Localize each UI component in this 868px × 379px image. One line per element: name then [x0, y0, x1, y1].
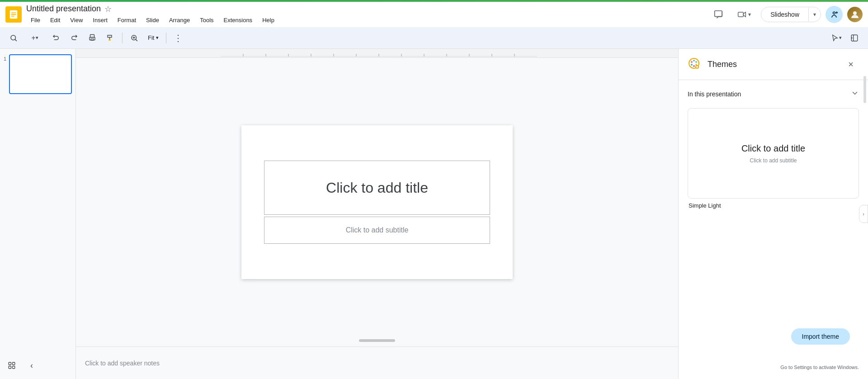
- ruler-top: [76, 49, 678, 58]
- slide-canvas[interactable]: Click to add title Click to add subtitle: [241, 125, 513, 279]
- themes-right-arrow[interactable]: ›: [859, 205, 868, 223]
- slide-title-placeholder[interactable]: Click to add title: [264, 161, 490, 215]
- add-button[interactable]: + ▾: [24, 30, 46, 46]
- print-button[interactable]: [84, 30, 100, 46]
- svg-point-7: [833, 12, 835, 14]
- cursor-mode-button[interactable]: ▾: [828, 30, 844, 46]
- theme-name: Simple Light: [689, 202, 859, 209]
- svg-point-35: [691, 61, 693, 63]
- svg-point-36: [693, 60, 695, 62]
- svg-rect-6: [738, 12, 744, 17]
- app-icon: [5, 6, 22, 23]
- svg-rect-17: [13, 362, 15, 365]
- slideshow-dropdown-button[interactable]: ▾: [808, 8, 821, 21]
- menu-arrange[interactable]: Arrange: [165, 15, 194, 25]
- themes-section: In this presentation Click to add title …: [679, 80, 868, 214]
- menu-edit[interactable]: Edit: [46, 15, 65, 25]
- camera-dropdown-icon: ▾: [748, 11, 751, 18]
- theme-card-subtitle: Click to add subtitle: [750, 157, 797, 164]
- presentation-title[interactable]: Untitled presentation: [26, 4, 101, 14]
- zoom-label: Fit: [148, 34, 154, 41]
- zoom-select[interactable]: Fit ▾: [144, 33, 162, 43]
- paint-format-button[interactable]: [102, 30, 118, 46]
- activate-line1: Go to Settings to activate Windows.: [780, 365, 859, 370]
- slide-subtitle-text: Click to add subtitle: [346, 226, 409, 234]
- grid-view-button[interactable]: [4, 357, 20, 374]
- more-options-button[interactable]: ⋮: [170, 30, 186, 46]
- svg-rect-4: [715, 11, 722, 17]
- svg-point-8: [853, 11, 857, 15]
- menu-view[interactable]: View: [66, 15, 87, 25]
- svg-rect-15: [851, 35, 858, 41]
- canvas-area: Click to add title Click to add subtitle…: [76, 49, 678, 379]
- themes-icon: [688, 57, 702, 71]
- search-button[interactable]: [5, 30, 22, 46]
- zoom-dropdown-icon: ▾: [156, 35, 159, 41]
- menu-format[interactable]: Format: [113, 15, 141, 25]
- toolbar-right: ▾: [828, 30, 863, 46]
- toolbar-divider-2: [166, 33, 166, 43]
- menu-bar: File Edit View Insert Format Slide Arran…: [26, 15, 709, 25]
- slides-panel-bottom: ‹: [4, 357, 40, 374]
- import-theme-button[interactable]: Import theme: [791, 328, 850, 345]
- themes-header: Themes ×: [679, 49, 868, 80]
- star-icon[interactable]: ☆: [104, 4, 112, 14]
- collapse-slides-button[interactable]: ‹: [24, 357, 40, 374]
- title-row: Untitled presentation ☆: [26, 4, 709, 14]
- themes-section-label: In this presentation: [688, 90, 741, 98]
- menu-insert[interactable]: Insert: [88, 15, 112, 25]
- title-section: Untitled presentation ☆ File Edit View I…: [26, 4, 709, 25]
- menu-tools[interactable]: Tools: [195, 15, 218, 25]
- slide-title-text: Click to add title: [326, 180, 428, 196]
- menu-extensions[interactable]: Extensions: [219, 15, 257, 25]
- svg-rect-1: [11, 12, 16, 13]
- share-button[interactable]: [826, 6, 843, 23]
- slide-number-1: 1: [4, 56, 6, 62]
- svg-point-40: [691, 64, 693, 66]
- slide-item-1: 1: [4, 54, 72, 94]
- menu-file[interactable]: File: [26, 15, 45, 25]
- svg-rect-5: [715, 11, 722, 17]
- toolbar-divider-1: [122, 33, 123, 43]
- theme-card-title: Click to add title: [741, 143, 805, 154]
- themes-scrollbar[interactable]: [863, 76, 866, 103]
- activate-windows: Go to Settings to activate Windows.: [780, 365, 859, 370]
- svg-point-37: [695, 61, 697, 63]
- slide-thumbnail-1[interactable]: [9, 54, 72, 94]
- svg-point-39: [693, 65, 695, 67]
- svg-point-42: [696, 66, 698, 68]
- speaker-notes-text: Click to add speaker notes: [85, 360, 160, 367]
- menu-help[interactable]: Help: [258, 15, 279, 25]
- comment-button[interactable]: [709, 5, 727, 24]
- zoom-in-button[interactable]: [126, 30, 142, 46]
- svg-rect-2: [11, 14, 16, 15]
- themes-panel: Themes × In this presentation Click to a…: [678, 49, 868, 379]
- slides-panel: 1 ‹: [0, 49, 76, 379]
- speaker-notes[interactable]: Click to add speaker notes: [76, 346, 678, 379]
- svg-rect-10: [90, 34, 94, 37]
- camera-button[interactable]: ▾: [732, 6, 756, 23]
- menu-slide[interactable]: Slide: [142, 15, 164, 25]
- themes-title: Themes: [708, 60, 843, 69]
- close-themes-button[interactable]: ×: [843, 56, 859, 72]
- svg-rect-18: [9, 366, 11, 369]
- slideshow-btn-group: Slideshow ▾: [761, 7, 821, 22]
- undo-button[interactable]: [48, 30, 64, 46]
- title-bar: Untitled presentation ☆ File Edit View I…: [0, 2, 868, 27]
- title-bar-actions: ▾ Slideshow ▾: [709, 5, 863, 24]
- theme-card-simple-light[interactable]: Click to add title Click to add subtitle: [688, 108, 859, 199]
- svg-rect-16: [9, 362, 11, 365]
- scroll-handle: [359, 339, 395, 342]
- toolbar: + ▾: [0, 27, 868, 49]
- svg-rect-19: [13, 366, 15, 369]
- canvas-wrapper[interactable]: Click to add title Click to add subtitle: [76, 58, 678, 346]
- themes-section-header[interactable]: In this presentation: [688, 85, 859, 103]
- collapse-panel-button[interactable]: [846, 30, 863, 46]
- main-content: 1 ‹: [0, 49, 868, 379]
- slideshow-button[interactable]: Slideshow: [761, 7, 808, 22]
- redo-button[interactable]: [66, 30, 82, 46]
- slide-subtitle-placeholder[interactable]: Click to add subtitle: [264, 217, 490, 244]
- svg-rect-12: [91, 38, 94, 40]
- avatar[interactable]: [847, 7, 863, 22]
- themes-chevron-icon: [851, 89, 859, 99]
